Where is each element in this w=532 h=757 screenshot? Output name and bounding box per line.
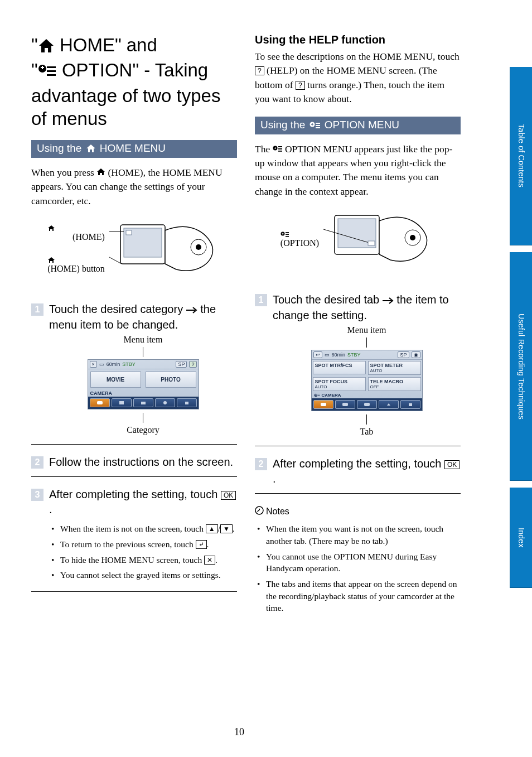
tab-label: Table of Contents — [517, 124, 526, 187]
photo-button: PHOTO — [146, 372, 196, 388]
svg-rect-41 — [368, 241, 375, 245]
home-step-1: 1 Touch the desired category the menu it… — [31, 296, 237, 445]
bullet-item: When the item is not on the screen, touc… — [60, 523, 237, 535]
sp-chip: SP — [176, 361, 187, 368]
option-menu-intro: The OPTION MENU appears just like the po… — [255, 142, 461, 199]
category-tab — [133, 398, 153, 407]
step-number: 1 — [255, 294, 267, 306]
svg-point-16 — [163, 401, 167, 404]
disc-chip: ◉ — [412, 351, 420, 358]
tab-label: Index — [517, 528, 526, 548]
ok-button-glyph: OK — [221, 491, 236, 500]
notes-icon — [255, 506, 264, 517]
text: The — [255, 143, 273, 155]
diagram-label-home-onscreen: (HOME) — [47, 225, 109, 243]
svg-rect-20 — [312, 123, 313, 125]
text: OPTION MENU appears just like the pop-up… — [255, 143, 452, 197]
svg-rect-5 — [47, 74, 56, 76]
close-chip: × — [90, 361, 97, 368]
svg-rect-17 — [185, 402, 188, 404]
help-function-heading: Using the HELP function — [255, 33, 461, 46]
home-icon — [47, 225, 105, 232]
text: . — [233, 524, 235, 533]
text: . — [215, 555, 217, 565]
home-icon — [96, 167, 105, 178]
tab-label: Useful Recording Techniques — [517, 314, 526, 420]
section-label: Using the — [37, 142, 85, 154]
svg-rect-15 — [141, 402, 146, 404]
help-button-glyph: ? — [255, 66, 264, 75]
camcorder-option-diagram: (OPTION) — [255, 204, 461, 277]
spot-meter-button: SPOT METERAUTO — [368, 361, 421, 375]
tab-caption: Tab — [273, 427, 461, 437]
camera-label: CAMERA — [88, 390, 199, 397]
svg-rect-45 — [409, 403, 412, 406]
svg-rect-44 — [364, 403, 370, 406]
category-tab — [90, 398, 110, 407]
step-number: 3 — [31, 489, 43, 501]
option-tab — [379, 400, 399, 409]
bullet-item: To hide the HOME MENU screen, touch ✕. — [60, 554, 237, 566]
camera-label: ⊕≡ CAMERA — [312, 392, 422, 398]
text: When the item is not on the screen, touc… — [60, 524, 206, 533]
menu-item-caption: Menu item — [273, 325, 461, 335]
title-text: HOME" and — [55, 35, 157, 55]
leader-line — [366, 414, 367, 425]
spot-mtr-fcs-button: SPOT MTR/FCS — [313, 361, 366, 374]
svg-point-39 — [410, 235, 415, 240]
option-icon — [38, 61, 57, 84]
option-tab — [335, 400, 355, 409]
page-number: 10 — [0, 726, 478, 738]
option-tab — [400, 400, 420, 409]
note-item: You cannot use the OPTION MENU during Ea… — [266, 551, 461, 575]
svg-rect-14 — [119, 401, 124, 404]
svg-rect-4 — [47, 70, 56, 72]
back-chip: ↩ — [313, 351, 322, 358]
svg-point-9 — [196, 244, 201, 250]
step-heading: After completing the setting, touch OK. — [273, 456, 461, 486]
svg-line-11 — [109, 257, 122, 264]
help-chip: ? — [189, 361, 196, 368]
sp-chip: SP — [398, 351, 409, 358]
svg-rect-3 — [47, 66, 56, 68]
tab-index[interactable]: Index — [510, 488, 532, 588]
stby-label: STBY — [347, 352, 361, 358]
text: To see the descriptions on the HOME MENU… — [255, 51, 460, 62]
svg-rect-32 — [282, 233, 283, 235]
help-button-glyph: ? — [296, 81, 305, 90]
svg-rect-33 — [286, 232, 289, 233]
text: Notes — [266, 507, 289, 517]
menu-item-caption: Menu item — [49, 335, 237, 345]
tab-useful-recording-techniques[interactable]: Useful Recording Techniques — [510, 252, 532, 481]
arrow-right-icon — [186, 302, 197, 317]
close-button-glyph: ✕ — [204, 556, 215, 565]
option-icon — [309, 120, 321, 132]
camcorder-illustration — [109, 214, 221, 286]
ok-button-glyph: OK — [444, 460, 460, 469]
bullet-item: To return to the previous screen, touch … — [60, 538, 237, 551]
svg-rect-13 — [97, 401, 103, 404]
svg-rect-43 — [342, 403, 348, 406]
diagram-label-option: (OPTION) — [280, 232, 323, 249]
svg-rect-35 — [286, 236, 289, 237]
category-tab — [177, 398, 197, 407]
leader-line — [366, 337, 367, 348]
stby-label: STBY — [122, 361, 136, 367]
tab-table-of-contents[interactable]: Table of Contents — [510, 67, 532, 245]
home-menu-screenshot: × ▭ 60min STBY SP ? MOVIE PHOTO — [88, 359, 199, 409]
home-icon — [47, 257, 105, 263]
quote: " — [31, 35, 38, 55]
note-item: The tabs and items that appear on the sc… — [266, 578, 461, 614]
svg-rect-28 — [278, 148, 282, 150]
battery-icon: ▭ — [325, 352, 330, 358]
svg-rect-22 — [316, 125, 320, 126]
movie-button: MOVIE — [90, 372, 141, 388]
spot-focus-button: SPOT FOCUSAUTO — [313, 377, 366, 391]
step-number: 1 — [31, 303, 43, 316]
back-button-glyph: ⤶ — [196, 540, 207, 549]
home-icon — [38, 36, 55, 59]
diagram-label-home-button: (HOME) button — [47, 257, 109, 275]
option-step-2: 2 After completing the setting, touch OK… — [255, 451, 461, 494]
svg-rect-2 — [42, 66, 43, 69]
category-caption: Category — [49, 425, 237, 435]
